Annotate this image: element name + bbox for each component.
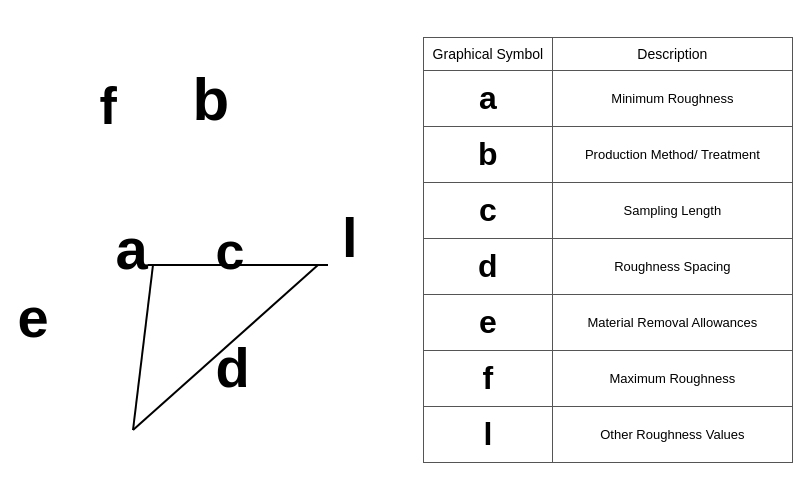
table-row: fMaximum Roughness <box>423 351 792 407</box>
description-cell: Roughness Spacing <box>553 239 792 295</box>
symbol-container: f b l a c d e <box>48 60 368 440</box>
description-cell: Production Method/ Treatment <box>553 127 792 183</box>
table-row: eMaterial Removal Allowances <box>423 295 792 351</box>
symbol-cell: e <box>423 295 553 351</box>
table-row: lOther Roughness Values <box>423 407 792 463</box>
table-row: cSampling Length <box>423 183 792 239</box>
label-l: l <box>342 210 358 266</box>
label-c: c <box>216 225 245 277</box>
label-e: e <box>18 290 49 346</box>
symbol-cell: c <box>423 183 553 239</box>
col-header-description: Description <box>553 38 792 71</box>
table-row: bProduction Method/ Treatment <box>423 127 792 183</box>
description-cell: Other Roughness Values <box>553 407 792 463</box>
svg-line-1 <box>133 265 153 430</box>
table-body: aMinimum RoughnessbProduction Method/ Tr… <box>423 71 792 463</box>
description-cell: Maximum Roughness <box>553 351 792 407</box>
symbol-cell: b <box>423 127 553 183</box>
symbol-diagram-panel: f b l a c d e <box>0 0 415 500</box>
table-row: aMinimum Roughness <box>423 71 792 127</box>
description-cell: Sampling Length <box>553 183 792 239</box>
roughness-table: Graphical Symbol Description aMinimum Ro… <box>423 37 793 463</box>
label-a: a <box>116 220 148 278</box>
table-row: dRoughness Spacing <box>423 239 792 295</box>
description-cell: Material Removal Allowances <box>553 295 792 351</box>
label-b: b <box>193 70 230 130</box>
symbol-cell: a <box>423 71 553 127</box>
label-f: f <box>100 80 117 132</box>
symbol-cell: l <box>423 407 553 463</box>
col-header-symbol: Graphical Symbol <box>423 38 553 71</box>
description-cell: Minimum Roughness <box>553 71 792 127</box>
label-d: d <box>216 340 250 396</box>
symbol-cell: d <box>423 239 553 295</box>
description-table-panel: Graphical Symbol Description aMinimum Ro… <box>415 0 800 500</box>
table-header-row: Graphical Symbol Description <box>423 38 792 71</box>
symbol-cell: f <box>423 351 553 407</box>
